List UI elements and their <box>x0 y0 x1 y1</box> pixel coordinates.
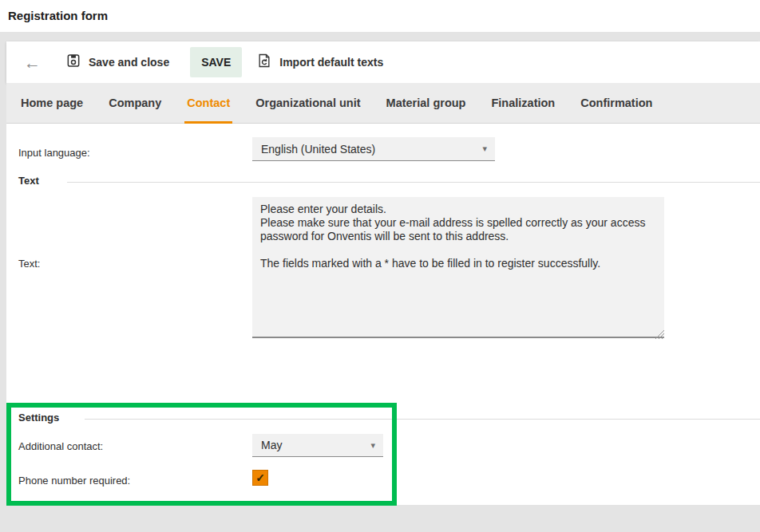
input-language-label: Input language: <box>18 147 90 159</box>
form-content: Input language: English (United States) … <box>6 124 760 505</box>
import-default-texts-label: Import default texts <box>279 56 383 69</box>
chevron-down-icon: ▾ <box>482 144 487 154</box>
import-default-texts-button[interactable]: Import default texts <box>256 53 383 72</box>
additional-contact-label: Additional contact: <box>18 440 103 452</box>
tab-contact[interactable]: Contact <box>174 83 243 123</box>
phone-number-required-label: Phone number required: <box>18 475 130 487</box>
tab-organizational-unit[interactable]: Organizational unit <box>243 83 373 123</box>
additional-contact-value: May <box>261 439 282 451</box>
text-section-header: Text <box>18 175 39 187</box>
tab-confirmation[interactable]: Confirmation <box>568 83 665 123</box>
window-title-bar: Registration form <box>0 0 760 32</box>
tab-bar: Home page Company Contact Organizational… <box>6 83 760 124</box>
back-arrow-icon[interactable]: ← <box>24 54 48 71</box>
text-field-label: Text: <box>18 258 40 270</box>
import-refresh-document-icon <box>256 53 272 72</box>
tab-finalization[interactable]: Finalization <box>478 83 568 123</box>
phone-number-required-checkbox[interactable]: ✓ <box>252 470 268 486</box>
input-language-value: English (United States) <box>261 143 375 156</box>
save-and-close-label: Save and close <box>89 56 169 69</box>
additional-contact-select[interactable]: May ▾ <box>252 434 383 457</box>
save-and-close-button[interactable]: Save and close <box>65 53 169 72</box>
tab-home-page[interactable]: Home page <box>8 83 96 123</box>
save-floppy-icon <box>65 53 81 72</box>
text-field-textarea[interactable]: Please enter your details. Please make s… <box>252 197 664 338</box>
save-button[interactable]: SAVE <box>190 47 242 77</box>
page-title: Registration form <box>8 9 108 22</box>
checkmark-icon: ✓ <box>255 471 265 484</box>
tab-company[interactable]: Company <box>96 83 174 123</box>
toolbar: ← Save and close SAVE Import default tex… <box>6 41 760 83</box>
settings-section-header: Settings <box>18 412 59 424</box>
chevron-down-icon: ▾ <box>370 440 375 451</box>
input-language-select[interactable]: English (United States) ▾ <box>252 137 495 161</box>
tab-material-group[interactable]: Material group <box>374 83 479 123</box>
text-section-divider <box>67 182 760 183</box>
settings-section-divider <box>85 419 760 420</box>
